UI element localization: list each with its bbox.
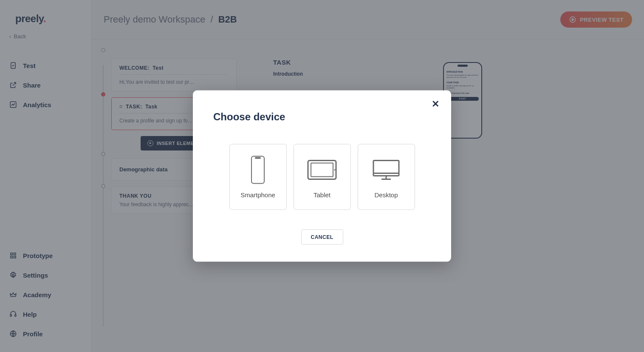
device-options: Smartphone Tablet Desktop [213,144,431,210]
smartphone-icon [251,156,265,185]
cancel-label: CANCEL [311,234,333,240]
device-label: Smartphone [240,191,275,199]
choose-device-modal: ✕ Choose device Smartphone Tablet Deskto… [193,91,451,262]
device-option-tablet[interactable]: Tablet [294,144,351,210]
device-label: Tablet [314,191,330,199]
close-icon: ✕ [432,99,439,109]
svg-rect-11 [251,156,264,184]
svg-rect-14 [311,163,333,177]
desktop-icon [372,156,400,185]
close-button[interactable]: ✕ [429,98,442,110]
tablet-icon [307,156,337,185]
device-label: Desktop [374,191,398,199]
device-option-desktop[interactable]: Desktop [358,144,415,210]
svg-point-15 [334,169,336,170]
cancel-button[interactable]: CANCEL [301,230,343,245]
modal-title: Choose device [213,111,431,123]
device-option-smartphone[interactable]: Smartphone [229,144,287,210]
svg-rect-12 [255,157,261,159]
